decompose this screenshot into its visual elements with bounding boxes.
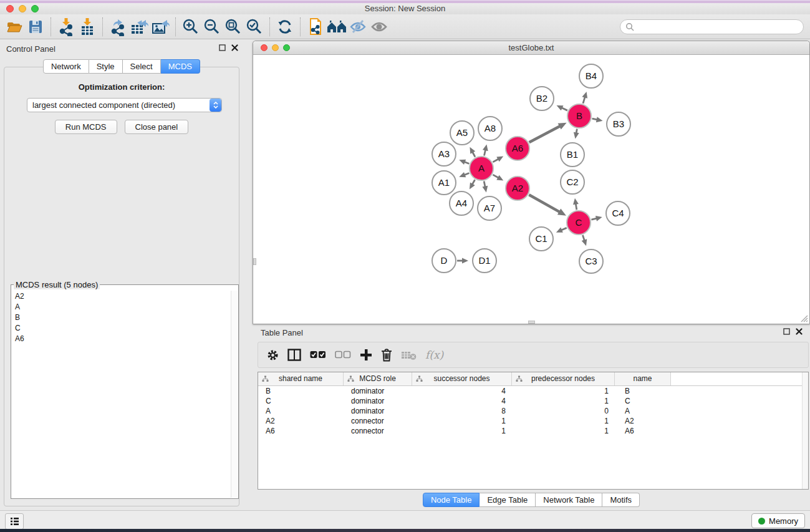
graph-edge-B-B2[interactable] [562,108,567,110]
graph-edge-C-C3[interactable] [582,235,584,241]
table-row[interactable]: A6connector11A6 [258,426,808,436]
graph-edge-B-B1[interactable] [576,129,577,133]
graph-edge-C-C1[interactable] [561,228,567,230]
add-column-icon[interactable] [360,349,372,361]
column-header-shared-name[interactable]: shared name [258,372,344,385]
table-tab-edge-table[interactable]: Edge Table [480,493,536,507]
table-cell[interactable]: A6 [258,426,344,436]
export-network-icon[interactable] [107,16,128,37]
table-tab-node-table[interactable]: Node Table [423,493,480,507]
table-cell[interactable]: dominator [344,386,412,396]
graph-edge-A6-B[interactable] [529,126,560,142]
close-panel-button[interactable]: Close panel [125,120,189,134]
graph-edge-B-B4[interactable] [583,97,585,104]
table-cell[interactable]: connector [344,426,412,436]
column-header-name[interactable]: name [615,372,671,385]
table-cell[interactable]: 4 [412,396,512,406]
table-cell[interactable]: connector [344,416,412,426]
vertical-scroll-nub[interactable] [253,258,256,265]
table-row[interactable]: Cdominator41C [258,396,808,406]
horizontal-scroll-nub[interactable] [528,321,535,324]
table-cell[interactable]: A2 [258,416,344,426]
table-cell[interactable]: 1 [412,416,512,426]
table-row[interactable]: A2connector11A2 [258,416,808,426]
table-cell[interactable]: 1 [512,386,615,396]
control-tab-select[interactable]: Select [123,59,161,74]
export-image-icon[interactable] [150,16,171,37]
graph-edge-A-A7[interactable] [484,181,485,187]
open-file-icon[interactable] [4,16,25,37]
close-table-panel-icon[interactable] [796,328,803,335]
zoom-in-icon[interactable] [180,16,201,37]
graph-edge-A-A1[interactable] [465,173,470,175]
export-table-icon[interactable] [128,16,150,37]
function-builder-icon[interactable]: f(x) [425,349,443,361]
refresh-icon[interactable] [274,16,296,37]
table-scrollbar[interactable] [802,372,808,489]
titlebar[interactable]: Session: New Session [0,3,810,14]
zoom-out-icon[interactable] [201,16,223,37]
float-panel-icon[interactable] [219,44,226,51]
show-columns-icon[interactable] [287,349,301,361]
graph-edge-A-A5[interactable] [473,152,475,157]
network-canvas[interactable]: B4B2BB3A8A5A6A3B1AC2A1A2A4A7C4CC1DD1C3 [253,55,809,324]
import-table-icon[interactable] [77,16,98,37]
float-table-panel-icon[interactable] [783,328,790,335]
zoom-fit-icon[interactable] [223,16,244,37]
graph-edge-A-A2[interactable] [493,175,498,178]
graph-edge-A-A6[interactable] [493,159,498,162]
deselect-all-icon[interactable] [335,351,351,359]
mcds-result-item[interactable]: A6 [12,333,231,344]
result-list-scrollbar[interactable] [231,291,238,498]
control-tab-style[interactable]: Style [89,59,123,74]
table-cell[interactable]: C [615,396,671,406]
network-graph[interactable]: B4B2BB3A8A5A6A3B1AC2A1A2A4A7C4CC1DD1C3 [253,55,809,324]
table-cell[interactable]: A [615,406,671,416]
mcds-result-item[interactable]: A [12,301,231,312]
table-cell[interactable]: 4 [412,386,512,396]
table-cell[interactable]: 8 [412,406,512,416]
close-panel-icon[interactable] [231,44,238,51]
search-input[interactable] [620,19,804,34]
table-cell[interactable]: 0 [512,406,615,416]
table-cell[interactable]: dominator [344,396,412,406]
graph-edge-A-A8[interactable] [484,150,485,155]
clear-table-icon[interactable] [401,350,417,360]
zoom-selected-icon[interactable] [244,16,265,37]
run-mcds-button[interactable]: Run MCDS [55,120,117,134]
table-cell[interactable]: dominator [344,406,412,416]
graph-edge-A-A4[interactable] [472,180,475,184]
delete-column-icon[interactable] [381,349,392,362]
select-all-icon[interactable] [310,351,326,359]
table-cell[interactable]: 1 [512,396,615,406]
table-cell[interactable]: A2 [615,416,671,426]
mcds-result-item[interactable]: B [12,312,231,322]
table-cell[interactable]: C [258,396,344,406]
column-header-mcds-role[interactable]: MCDS role [344,372,412,385]
table-cell[interactable]: A6 [615,426,671,436]
control-tab-network[interactable]: Network [43,59,89,74]
resize-grip-icon[interactable] [799,314,808,322]
table-cell[interactable]: A [258,406,344,416]
table-cell[interactable]: B [258,386,344,396]
control-tab-mcds[interactable]: MCDS [161,59,200,74]
table-row[interactable]: Bdominator41B [258,386,808,396]
table-cell[interactable]: 1 [412,426,512,436]
mcds-result-item[interactable]: A2 [12,291,231,301]
graph-edge-C-C4[interactable] [591,218,597,220]
column-header-successor-nodes[interactable]: successor nodes [412,372,512,385]
table-cell[interactable]: B [615,386,671,396]
mcds-result-item[interactable]: C [12,322,231,333]
memory-button[interactable]: Memory [751,513,805,528]
import-network-icon[interactable] [55,16,77,37]
show-all-icon[interactable] [369,16,390,37]
graph-edge-A-A3[interactable] [465,162,470,164]
graph-edge-A2-C[interactable] [529,195,559,212]
column-header-predecessor-nodes[interactable]: predecessor nodes [512,372,615,385]
save-session-icon[interactable] [25,16,46,37]
graph-edge-B-B3[interactable] [592,118,597,120]
hide-selected-icon[interactable] [347,16,369,37]
graph-edge-C-C2[interactable] [576,204,576,210]
table-settings-gear-icon[interactable] [267,349,279,361]
table-tab-motifs[interactable]: Motifs [602,493,640,507]
